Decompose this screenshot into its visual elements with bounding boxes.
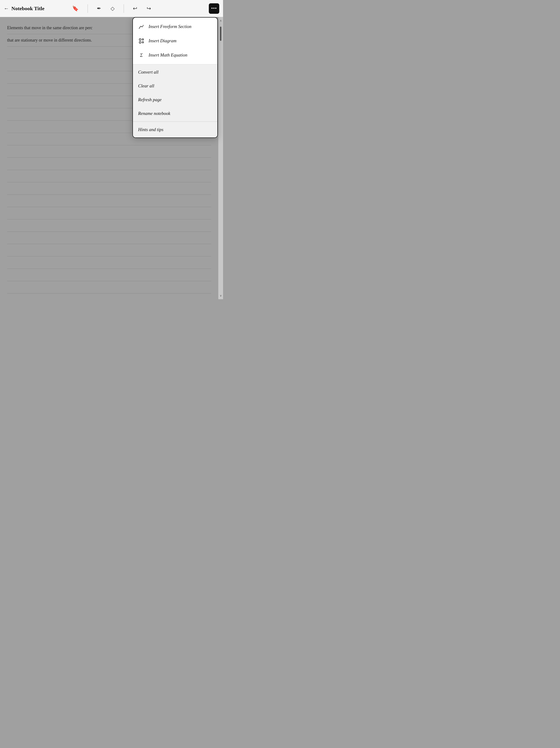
line-22 — [7, 281, 211, 294]
svg-point-3 — [142, 42, 144, 43]
clear-all-label: Clear all — [138, 83, 154, 89]
page-text-1: Elements that move in the same direction… — [7, 22, 93, 34]
line-21 — [7, 269, 211, 281]
diagram-icon — [138, 38, 145, 44]
rename-notebook-label: Rename notebook — [138, 111, 170, 116]
bookmark-icon[interactable]: 🔖 — [71, 4, 80, 13]
notebook-title: Notebook Title — [11, 5, 44, 11]
sigma-icon: Σ — [138, 52, 145, 59]
page-text-2: that are stationary or move in different… — [7, 34, 92, 46]
menu-item-clear-all[interactable]: Clear all — [133, 79, 217, 93]
menu-item-insert-freeform[interactable]: Insert Freeform Section — [133, 20, 217, 34]
dropdown-menu: Insert Freeform Section Insert Diagram Σ — [132, 17, 218, 138]
line-15 — [7, 195, 211, 207]
line-19 — [7, 244, 211, 256]
line-12 — [7, 158, 211, 170]
line-11 — [7, 145, 211, 158]
svg-rect-2 — [139, 42, 141, 43]
menu-item-refresh-page[interactable]: Refresh page — [133, 93, 217, 107]
scrollbar-track: ∧ ∨ — [218, 17, 223, 299]
insert-freeform-label: Insert Freeform Section — [149, 24, 192, 29]
menu-item-convert-all[interactable]: Convert all — [133, 65, 217, 79]
line-14 — [7, 182, 211, 195]
menu-section-hints: Hints and tips — [133, 122, 217, 138]
menu-item-hints-tips[interactable]: Hints and tips — [133, 123, 217, 137]
content-area: Elements that move in the same direction… — [0, 17, 223, 299]
menu-item-insert-diagram[interactable]: Insert Diagram — [133, 34, 217, 48]
svg-point-1 — [142, 39, 144, 40]
redo-icon[interactable]: ↪ — [145, 4, 152, 13]
eraser-icon[interactable]: ◇ — [109, 4, 116, 13]
divider-1 — [88, 4, 88, 13]
scroll-down-button[interactable]: ∨ — [218, 292, 223, 299]
divider-2 — [124, 4, 124, 13]
toolbar-right: ••• — [209, 3, 219, 14]
menu-section-actions: Convert all Clear all Refresh page Renam… — [133, 64, 217, 121]
menu-item-rename-notebook[interactable]: Rename notebook — [133, 107, 217, 120]
insert-diagram-label: Insert Diagram — [149, 38, 176, 44]
scroll-thumb[interactable] — [220, 27, 221, 41]
insert-math-label: Insert Math Equation — [149, 52, 188, 58]
menu-section-insert: Insert Freeform Section Insert Diagram Σ — [133, 18, 217, 64]
convert-all-label: Convert all — [138, 70, 159, 75]
line-17 — [7, 219, 211, 232]
hints-tips-label: Hints and tips — [138, 127, 164, 132]
freeform-icon — [138, 23, 145, 30]
scroll-up-button[interactable]: ∧ — [218, 17, 223, 24]
toolbar-center: 🔖 ✒ ◇ ↩ ↪ — [71, 4, 152, 13]
line-16 — [7, 207, 211, 219]
line-20 — [7, 256, 211, 269]
line-18 — [7, 232, 211, 244]
pen-icon[interactable]: ✒ — [95, 4, 102, 13]
line-13 — [7, 170, 211, 182]
toolbar: ← Notebook Title 🔖 ✒ ◇ ↩ ↪ ••• — [0, 0, 223, 17]
undo-icon[interactable]: ↩ — [131, 4, 139, 13]
more-button[interactable]: ••• — [209, 3, 219, 14]
svg-rect-0 — [139, 39, 141, 40]
menu-item-insert-math[interactable]: Σ Insert Math Equation — [133, 48, 217, 62]
refresh-page-label: Refresh page — [138, 97, 162, 102]
back-button[interactable]: ← — [4, 5, 9, 11]
